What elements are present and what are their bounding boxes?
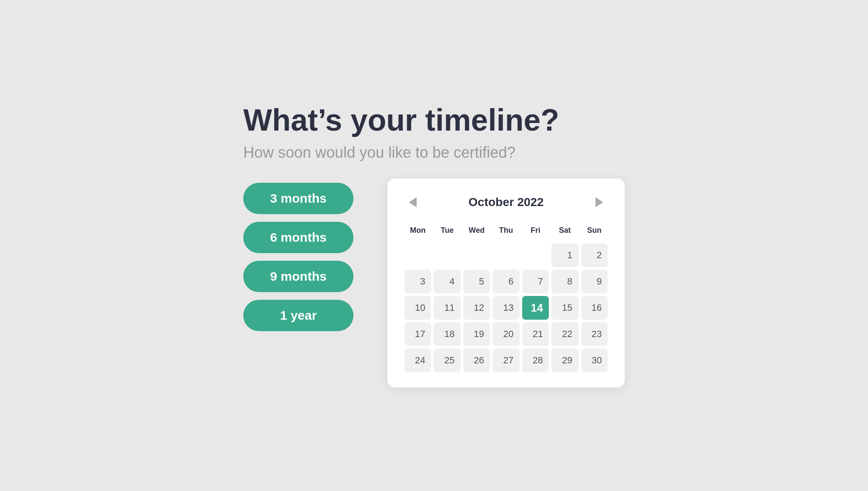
calendar-header: October 2022: [404, 194, 608, 211]
day-cell-23[interactable]: 23: [581, 322, 608, 346]
day-header-tue: Tue: [434, 223, 460, 241]
day-header-fri: Fri: [522, 223, 549, 241]
calendar-container: October 2022 MonTueWedThuFriSatSun123456…: [387, 179, 625, 388]
day-cell-15[interactable]: 15: [551, 296, 578, 320]
day-cell-12[interactable]: 12: [463, 296, 490, 320]
next-month-button[interactable]: [591, 194, 608, 211]
day-header-sat: Sat: [551, 223, 578, 241]
day-cell-22[interactable]: 22: [551, 322, 578, 346]
day-cell-19[interactable]: 19: [463, 322, 490, 346]
day-cell-empty: [492, 243, 519, 267]
page-subtitle: How soon would you like to be certified?: [243, 144, 625, 162]
day-cell-7[interactable]: 7: [522, 270, 549, 293]
prev-month-button[interactable]: [404, 194, 421, 211]
next-arrow-icon: [595, 197, 603, 207]
day-cell-6[interactable]: 6: [492, 270, 519, 293]
day-cell-24[interactable]: 24: [404, 349, 431, 372]
day-cell-13[interactable]: 13: [492, 296, 519, 320]
day-cell-10[interactable]: 10: [404, 296, 431, 320]
option-btn-6months[interactable]: 6 months: [243, 222, 353, 253]
day-cell-9[interactable]: 9: [581, 270, 608, 293]
calendar-grid: MonTueWedThuFriSatSun1234567891011121314…: [404, 223, 608, 372]
day-cell-27[interactable]: 27: [492, 349, 519, 372]
day-header-mon: Mon: [404, 223, 431, 241]
day-cell-28[interactable]: 28: [522, 349, 549, 372]
day-cell-14[interactable]: 14: [522, 296, 549, 320]
day-cell-29[interactable]: 29: [551, 349, 578, 372]
day-header-thu: Thu: [492, 223, 519, 241]
day-cell-20[interactable]: 20: [492, 322, 519, 346]
day-cell-17[interactable]: 17: [404, 322, 431, 346]
day-cell-18[interactable]: 18: [434, 322, 460, 346]
page-wrapper: What’s your timeline? How soon would you…: [0, 0, 868, 491]
option-btn-1year[interactable]: 1 year: [243, 300, 353, 331]
day-cell-5[interactable]: 5: [463, 270, 490, 293]
day-cell-16[interactable]: 16: [581, 296, 608, 320]
day-cell-empty: [404, 243, 431, 267]
day-cell-26[interactable]: 26: [463, 349, 490, 372]
day-cell-1[interactable]: 1: [551, 243, 578, 267]
day-cell-21[interactable]: 21: [522, 322, 549, 346]
day-cell-11[interactable]: 11: [434, 296, 460, 320]
title-section: What’s your timeline? How soon would you…: [243, 103, 625, 162]
day-header-sun: Sun: [581, 223, 608, 241]
day-cell-8[interactable]: 8: [551, 270, 578, 293]
day-cell-30[interactable]: 30: [581, 349, 608, 372]
option-btn-3months[interactable]: 3 months: [243, 183, 353, 214]
options-list: 3 months6 months9 months1 year: [243, 179, 353, 331]
day-cell-2[interactable]: 2: [581, 243, 608, 267]
day-cell-25[interactable]: 25: [434, 349, 460, 372]
prev-arrow-icon: [409, 197, 417, 207]
day-cell-empty: [463, 243, 490, 267]
page-title: What’s your timeline?: [243, 103, 625, 137]
day-cell-empty: [434, 243, 460, 267]
month-year-label: October 2022: [468, 195, 543, 209]
day-cell-4[interactable]: 4: [434, 270, 460, 293]
day-cell-3[interactable]: 3: [404, 270, 431, 293]
day-cell-empty: [522, 243, 549, 267]
content-area: What’s your timeline? How soon would you…: [243, 103, 625, 388]
option-btn-9months[interactable]: 9 months: [243, 261, 353, 292]
day-header-wed: Wed: [463, 223, 490, 241]
bottom-section: 3 months6 months9 months1 year October 2…: [243, 179, 625, 388]
